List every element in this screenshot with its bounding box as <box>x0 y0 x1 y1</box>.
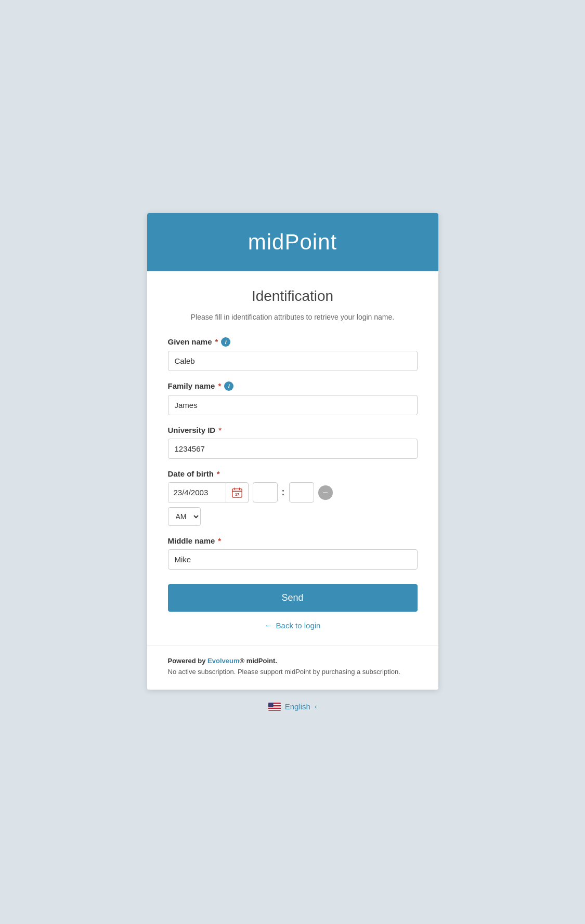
language-bar[interactable]: English ‹ <box>268 702 317 711</box>
ampm-select[interactable]: AM PM <box>168 507 201 526</box>
app-title: midPoint <box>168 230 418 255</box>
language-label: English <box>285 702 310 711</box>
card-header: midPoint <box>147 213 438 271</box>
dob-group: Date of birth * 17 <box>168 469 418 526</box>
minute-input[interactable] <box>289 482 314 503</box>
university-id-group: University ID * <box>168 426 418 459</box>
calendar-button[interactable]: 17 <box>226 483 248 503</box>
date-text-input[interactable] <box>168 483 226 502</box>
university-id-required: * <box>218 426 222 434</box>
time-separator: : <box>282 487 285 498</box>
middle-name-required: * <box>218 536 221 545</box>
date-input-group: 17 <box>168 482 249 503</box>
middle-name-input[interactable] <box>168 549 418 570</box>
svg-text:17: 17 <box>235 492 239 497</box>
university-id-input[interactable] <box>168 439 418 459</box>
family-name-group: Family name * i <box>168 381 418 415</box>
dob-required: * <box>217 469 220 478</box>
given-name-input[interactable] <box>168 351 418 371</box>
family-name-input[interactable] <box>168 395 418 415</box>
family-name-info-icon[interactable]: i <box>224 381 233 391</box>
date-row: 17 : − <box>168 482 418 503</box>
evolveum-link[interactable]: Evolveum <box>207 657 239 665</box>
back-arrow-icon: ← <box>265 621 273 630</box>
card-body: Identification Please fill in identifica… <box>147 271 438 645</box>
chevron-icon: ‹ <box>315 703 317 710</box>
back-to-login-link[interactable]: ← Back to login <box>168 621 418 630</box>
hour-input[interactable] <box>253 482 278 503</box>
given-name-info-icon[interactable]: i <box>221 337 230 347</box>
svg-rect-10 <box>268 708 281 709</box>
dob-label: Date of birth * <box>168 469 418 478</box>
given-name-label: Given name * i <box>168 337 418 347</box>
family-name-label: Family name * i <box>168 381 418 391</box>
powered-by-text: Powered by Evolveum® midPoint. No active… <box>168 656 418 678</box>
ampm-row: AM PM <box>168 503 418 526</box>
card-footer: Powered by Evolveum® midPoint. No active… <box>147 645 438 690</box>
middle-name-label: Middle name * <box>168 536 418 545</box>
university-id-label: University ID * <box>168 426 418 434</box>
main-card: midPoint Identification Please fill in i… <box>147 213 438 690</box>
minus-icon: − <box>322 488 328 497</box>
flag-icon <box>268 703 281 711</box>
middle-name-group: Middle name * <box>168 536 418 570</box>
given-name-required: * <box>215 337 218 346</box>
svg-rect-11 <box>268 709 281 710</box>
page-subtitle: Please fill in identification attributes… <box>168 312 418 323</box>
clear-datetime-button[interactable]: − <box>318 485 333 500</box>
family-name-required: * <box>218 381 221 390</box>
svg-rect-13 <box>268 703 274 707</box>
page-title: Identification <box>168 288 418 305</box>
calendar-icon: 17 <box>231 487 243 498</box>
given-name-group: Given name * i <box>168 337 418 371</box>
send-button[interactable]: Send <box>168 584 418 612</box>
svg-rect-12 <box>268 710 281 711</box>
